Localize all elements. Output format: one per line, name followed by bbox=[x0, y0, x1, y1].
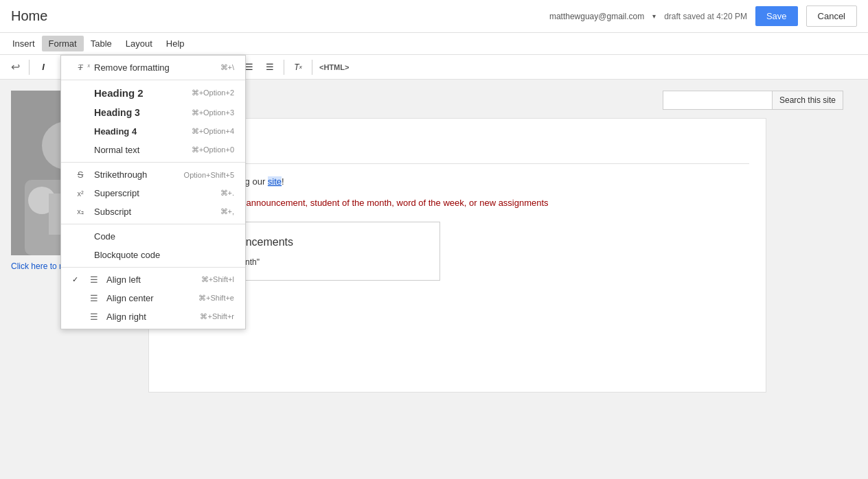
format-strikethrough[interactable]: S Strikethrough Option+Shift+5 bbox=[61, 165, 245, 184]
format-remove-formatting[interactable]: Tx Remove formatting ⌘+\ bbox=[61, 58, 245, 77]
thank-you-paragraph: Thank you for visiting our site! bbox=[165, 175, 749, 189]
align-center-shortcut: ⌘+Shift+e bbox=[198, 294, 234, 303]
superscript-shortcut: ⌘+. bbox=[220, 189, 234, 198]
align-right-shortcut: ⌘+Shift+r bbox=[200, 312, 234, 321]
html-button[interactable]: <HTML> bbox=[317, 58, 352, 77]
toolbar-divider-2 bbox=[284, 60, 284, 75]
align-right-label: Align right bbox=[106, 312, 200, 322]
superscript-icon: x² bbox=[72, 189, 89, 198]
user-email: matthewguay@gmail.com bbox=[549, 12, 644, 21]
format-heading4[interactable]: Heading 4 ⌘+Option+4 bbox=[61, 122, 245, 141]
format-normal-text[interactable]: Normal text ⌘+Option+0 bbox=[61, 141, 245, 159]
normal-text-label: Normal text bbox=[94, 145, 192, 155]
top-bar-left: Home bbox=[11, 8, 47, 24]
top-bar: Home matthewguay@gmail.com ▾ draft saved… bbox=[0, 0, 868, 33]
superscript-label: Superscript bbox=[94, 188, 220, 198]
user-dropdown-arrow[interactable]: ▾ bbox=[652, 12, 656, 20]
top-bar-right: matthewguay@gmail.com ▾ draft saved at 4… bbox=[549, 5, 857, 27]
clear-format-toolbar-button[interactable]: Tx bbox=[288, 58, 308, 77]
remove-formatting-shortcut: ⌘+\ bbox=[220, 63, 234, 72]
heading4-label: Heading 4 bbox=[94, 126, 192, 137]
strikethrough-shortcut: Option+Shift+5 bbox=[184, 171, 234, 179]
menu-format[interactable]: Format bbox=[42, 36, 84, 51]
subscript-icon: x₂ bbox=[72, 207, 89, 216]
blockquote-label: Blockquote code bbox=[94, 250, 234, 260]
menu-layout[interactable]: Layout bbox=[119, 36, 159, 51]
format-align-right[interactable]: ☰ Align right ⌘+Shift+r bbox=[61, 307, 245, 326]
subscript-shortcut: ⌘+, bbox=[220, 207, 234, 216]
save-button[interactable]: Save bbox=[755, 6, 798, 26]
page-title-display: Home bbox=[165, 135, 749, 164]
menu-insert[interactable]: Insert bbox=[5, 36, 42, 51]
format-blockquote[interactable]: Blockquote code bbox=[61, 246, 245, 264]
format-code[interactable]: Code bbox=[61, 227, 245, 246]
site-title: Home bbox=[11, 8, 47, 24]
search-bar-container: Search this site bbox=[148, 91, 857, 110]
menu-bar: Insert Format Table Layout Help Tx Remov… bbox=[0, 33, 868, 55]
page-body: Thank you for visiting our site! Tip: Ho… bbox=[165, 175, 749, 281]
toolbar-divider-3 bbox=[312, 60, 312, 75]
align-left-shortcut: ⌘+Shift+l bbox=[201, 275, 234, 284]
align-right-toolbar-button[interactable]: ☰ bbox=[260, 58, 279, 77]
strikethrough-icon: S bbox=[72, 170, 89, 180]
format-align-center[interactable]: ☰ Align center ⌘+Shift+e bbox=[61, 289, 245, 307]
subscript-label: Subscript bbox=[94, 207, 220, 217]
heading3-label: Heading 3 bbox=[94, 107, 192, 118]
menu-table[interactable]: Table bbox=[84, 36, 119, 51]
italic-button[interactable]: I bbox=[34, 58, 53, 77]
body-text-2: ! bbox=[282, 176, 284, 187]
format-subscript[interactable]: x₂ Subscript ⌘+, bbox=[61, 202, 245, 221]
format-heading2[interactable]: Heading 2 ⌘+Option+2 bbox=[61, 83, 245, 103]
normal-text-shortcut: ⌘+Option+0 bbox=[192, 145, 234, 154]
heading3-shortcut: ⌘+Option+3 bbox=[192, 108, 234, 117]
site-link[interactable]: site bbox=[268, 176, 282, 187]
align-left-checkmark: ✓ bbox=[72, 275, 83, 284]
align-right-icon: ☰ bbox=[86, 312, 102, 322]
code-label: Code bbox=[94, 231, 234, 242]
align-left-label: Align left bbox=[106, 274, 201, 285]
search-button[interactable]: Search this site bbox=[773, 91, 843, 110]
heading4-shortcut: ⌘+Option+4 bbox=[192, 127, 234, 136]
heading2-shortcut: ⌘+Option+2 bbox=[192, 89, 234, 97]
tip-paragraph: Tip: How to post an announcement, studen… bbox=[165, 196, 749, 211]
remove-formatting-icon: Tx bbox=[72, 62, 89, 73]
draft-status: draft saved at 4:20 PM bbox=[664, 12, 747, 21]
menu-divider-3 bbox=[61, 224, 245, 224]
strikethrough-label: Strikethrough bbox=[94, 170, 184, 180]
format-dropdown-menu: Tx Remove formatting ⌘+\ Heading 2 ⌘+Opt… bbox=[60, 55, 246, 329]
menu-divider-4 bbox=[61, 267, 245, 268]
format-superscript[interactable]: x² Superscript ⌘+. bbox=[61, 184, 245, 202]
toolbar-divider-1 bbox=[29, 60, 30, 75]
align-center-icon: ☰ bbox=[86, 293, 102, 303]
align-left-icon: ☰ bbox=[86, 274, 102, 285]
menu-divider-2 bbox=[61, 162, 245, 163]
menu-divider-1 bbox=[61, 80, 245, 80]
page-content: Search this site Home Thank you for visi… bbox=[137, 80, 868, 479]
format-heading3[interactable]: Heading 3 ⌘+Option+3 bbox=[61, 103, 245, 122]
cancel-button[interactable]: Cancel bbox=[806, 5, 857, 27]
undo-button[interactable]: ↩ bbox=[5, 58, 25, 77]
format-align-left[interactable]: ✓ ☰ Align left ⌘+Shift+l bbox=[61, 270, 245, 289]
search-input[interactable] bbox=[663, 91, 773, 110]
align-center-label: Align center bbox=[106, 293, 198, 303]
menu-help[interactable]: Help bbox=[159, 36, 192, 51]
remove-formatting-label: Remove formatting bbox=[94, 62, 220, 73]
heading2-label: Heading 2 bbox=[94, 87, 192, 99]
